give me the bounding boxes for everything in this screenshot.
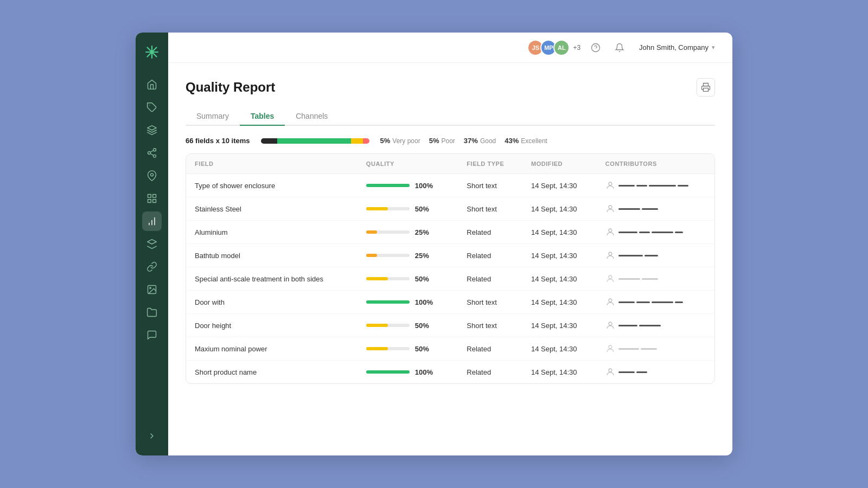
cell-field-name: Door height [186, 314, 358, 337]
person-icon [605, 344, 615, 354]
header-right: JS MP AL +3 John Smith, Company ▾ [527, 39, 719, 56]
excellent-pct: 43% [505, 137, 519, 145]
tab-summary[interactable]: Summary [186, 107, 240, 125]
avatar-3: AL [553, 40, 570, 56]
excellent-label: Excellent [521, 137, 547, 145]
cell-modified: 14 Sept, 14:30 [522, 337, 597, 361]
cell-field-name: Short product name [186, 361, 358, 383]
chevron-down-icon: ▾ [712, 44, 715, 51]
good-pct: 37% [464, 137, 478, 145]
quality-percent: 100% [415, 298, 435, 306]
tab-bar: Summary Tables Channels [186, 107, 715, 126]
cell-quality: 100% [358, 291, 458, 314]
sidebar [136, 33, 168, 455]
cell-modified: 14 Sept, 14:30 [522, 197, 597, 221]
cell-contributors [597, 197, 714, 221]
sidebar-item-chart[interactable] [142, 211, 162, 231]
notifications-button[interactable] [611, 39, 628, 56]
cell-field-name: Stainless Steel [186, 197, 358, 221]
col-contributors: CONTRIBUTORS [597, 154, 714, 174]
sidebar-item-location[interactable] [142, 166, 162, 185]
table-row: Aluminium25%Related14 Sept, 14:30 [186, 221, 714, 244]
table-row: Door with100%Short text14 Sept, 14:30 [186, 291, 714, 314]
svg-rect-24 [704, 88, 709, 92]
sidebar-item-home[interactable] [142, 75, 162, 94]
svg-point-26 [609, 206, 612, 209]
tab-channels[interactable]: Channels [285, 107, 339, 125]
cell-modified: 14 Sept, 14:30 [522, 267, 597, 291]
sidebar-item-link[interactable] [142, 257, 162, 277]
sidebar-collapse-button[interactable] [142, 426, 162, 446]
contrib-lines [618, 301, 683, 303]
sidebar-item-tags[interactable] [142, 98, 162, 117]
quality-percent: 100% [415, 368, 435, 376]
quality-percent: 25% [415, 228, 435, 236]
cell-field-type: Short text [458, 174, 522, 197]
cell-quality: 50% [358, 197, 458, 221]
person-icon [605, 274, 615, 284]
cell-modified: 14 Sept, 14:30 [522, 221, 597, 244]
svg-point-11 [151, 174, 154, 176]
svg-point-28 [609, 252, 612, 255]
svg-rect-15 [148, 200, 151, 203]
cell-modified: 14 Sept, 14:30 [522, 291, 597, 314]
contrib-lines [618, 255, 658, 256]
user-menu[interactable]: John Smith, Company ▾ [635, 41, 719, 54]
svg-rect-12 [148, 195, 151, 198]
person-icon [605, 251, 615, 260]
bar-segment-medium [351, 138, 363, 144]
cell-quality: 100% [358, 361, 458, 383]
sidebar-item-image[interactable] [142, 280, 162, 299]
table-row: Special anti-scale treatment in both sid… [186, 267, 714, 291]
col-field-type: FIELD TYPE [458, 154, 522, 174]
tab-tables[interactable]: Tables [240, 107, 285, 125]
cell-contributors [597, 174, 714, 197]
sidebar-item-stack[interactable] [142, 234, 162, 254]
col-field: FIELD [186, 154, 358, 174]
person-icon [605, 227, 615, 237]
cell-quality: 50% [358, 314, 458, 337]
quality-percent: 50% [415, 345, 435, 353]
sidebar-item-chat[interactable] [142, 325, 162, 345]
stats-bar: 66 fields x 10 items 5% Very poor 5% Poo… [186, 137, 715, 145]
quality-percent: 25% [415, 252, 435, 260]
app-container: JS MP AL +3 John Smith, Company ▾ [136, 33, 732, 455]
cell-contributors [597, 337, 714, 361]
cell-field-type: Related [458, 267, 522, 291]
cell-field-name: Maxium nominal power [186, 337, 358, 361]
stat-good: 37% Good [464, 137, 496, 145]
table-row: Type of shower enclosure100%Short text14… [186, 174, 714, 197]
stat-very-poor: 5% Very poor [380, 137, 420, 145]
quality-stats: 5% Very poor 5% Poor 37% Good 43% Excell… [380, 137, 547, 145]
sidebar-item-layers[interactable] [142, 120, 162, 140]
table-row: Maxium nominal power50%Related14 Sept, 1… [186, 337, 714, 361]
cell-field-name: Bathtub model [186, 244, 358, 267]
print-button[interactable] [697, 78, 715, 97]
table-row: Stainless Steel50%Short text14 Sept, 14:… [186, 197, 714, 221]
sidebar-item-folder[interactable] [142, 303, 162, 322]
sidebar-bottom [142, 426, 162, 446]
stat-excellent: 43% Excellent [505, 137, 547, 145]
table-row: Bathtub model25%Related14 Sept, 14:30 [186, 244, 714, 267]
bar-segment-dark [261, 138, 277, 144]
cell-quality: 50% [358, 267, 458, 291]
svg-point-22 [592, 43, 600, 52]
contrib-lines [618, 371, 647, 373]
good-label: Good [480, 137, 496, 145]
cell-field-name: Door with [186, 291, 358, 314]
svg-point-31 [609, 322, 612, 325]
table-body: Type of shower enclosure100%Short text14… [186, 174, 714, 383]
avatar-group: JS MP AL +3 [527, 40, 580, 56]
sidebar-item-grid[interactable] [142, 189, 162, 208]
header: JS MP AL +3 John Smith, Company ▾ [168, 33, 732, 63]
svg-point-27 [609, 229, 612, 232]
user-name: John Smith, Company [639, 43, 709, 52]
person-icon [605, 367, 615, 377]
cell-field-type: Short text [458, 314, 522, 337]
contrib-lines [618, 278, 658, 280]
help-button[interactable] [587, 39, 604, 56]
cell-modified: 14 Sept, 14:30 [522, 314, 597, 337]
svg-point-33 [609, 369, 612, 372]
quality-percent: 50% [415, 322, 435, 330]
sidebar-item-flow[interactable] [142, 143, 162, 163]
